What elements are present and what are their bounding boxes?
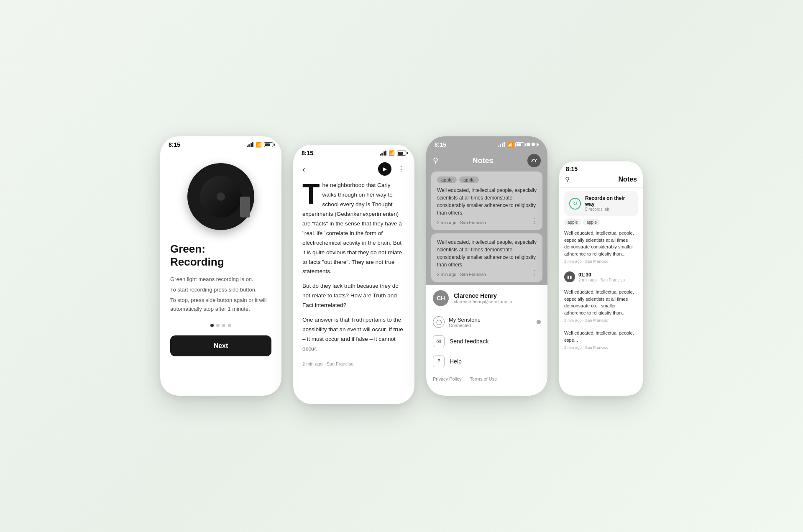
note-more-2[interactable]: ⋮ bbox=[531, 269, 537, 277]
phone-notes-menu: 8:15 📶 ⚲ bbox=[426, 136, 547, 396]
search-icon-4[interactable]: ⚲ bbox=[565, 176, 570, 183]
device-clip bbox=[240, 197, 250, 217]
device-name: My Senstone bbox=[449, 317, 532, 323]
phone-notes-list: 8:15 ⚲ Notes ↻ Records on their way 5 re… bbox=[559, 161, 643, 396]
audio-item[interactable]: ▮▮ 01:30 2 min ago · San Franciso bbox=[559, 268, 643, 286]
back-button[interactable]: ‹ bbox=[302, 164, 305, 174]
time-4: 8:15 bbox=[566, 166, 578, 172]
terms-link[interactable]: Terms of Use bbox=[470, 376, 497, 381]
sync-title: Records on their way bbox=[585, 195, 633, 207]
pagination-dots bbox=[210, 324, 231, 327]
recording-desc3: To stop, press side button again or it w… bbox=[170, 296, 271, 314]
article-footer: 2 min ago · San Franciso bbox=[302, 361, 405, 366]
avatar-3[interactable]: ZY bbox=[527, 154, 541, 167]
notes-title-4: Notes bbox=[619, 176, 637, 183]
drop-cap: T bbox=[302, 183, 320, 205]
note-text-2: Well educated, intellectual people, espe… bbox=[437, 238, 537, 269]
dot-1 bbox=[210, 324, 214, 327]
status-bar-2: 8:15 📶 bbox=[293, 145, 414, 159]
profile-section: CH Clarence Henry clarence.henry@senston… bbox=[426, 285, 547, 396]
device-icon: ◯ bbox=[433, 316, 445, 328]
battery-icon-3 bbox=[515, 142, 524, 147]
profile-avatar: CH bbox=[433, 290, 449, 306]
sync-banner: ↻ Records on their way 5 records left bbox=[564, 191, 638, 216]
signal-icon-2 bbox=[380, 151, 387, 156]
notes-title-3: Notes bbox=[472, 156, 493, 165]
article-toolbar: ‹ ▶ ⋮ bbox=[302, 159, 405, 181]
sync-icon: ↻ bbox=[569, 198, 581, 210]
profile-name: Clarence Henry bbox=[454, 292, 541, 299]
dot-2 bbox=[216, 324, 220, 327]
audio-duration: 01:30 bbox=[578, 272, 625, 278]
article-body: T he neighborhood that Carly walks throu… bbox=[302, 181, 405, 354]
phones-container: 8:15 📶 Green:Recording Green light means bbox=[143, 103, 660, 429]
device-row: ◯ My Senstone Connected bbox=[433, 313, 541, 331]
recording-desc2: To start recording press side button. bbox=[170, 286, 271, 294]
status-bar-3: 8:15 📶 bbox=[426, 136, 547, 151]
status-icons-2: 📶 bbox=[380, 150, 407, 156]
audio-meta: 2 min ago · San Franciso bbox=[578, 278, 625, 282]
note-tag-1b: apple bbox=[459, 176, 479, 183]
recording-indicators bbox=[527, 143, 539, 147]
privacy-link[interactable]: Privacy Policy bbox=[433, 376, 461, 381]
play-button[interactable]: ▶ bbox=[378, 162, 391, 176]
article-para2: But do they lack truth because they do n… bbox=[302, 281, 405, 310]
status-bar-1: 8:15 📶 bbox=[160, 136, 281, 151]
search-icon-3[interactable]: ⚲ bbox=[433, 156, 438, 165]
rec-triangle-icon bbox=[537, 143, 539, 147]
status-icons-1: 📶 bbox=[247, 142, 274, 148]
next-button[interactable]: Next bbox=[170, 335, 271, 356]
note-list-item-1[interactable]: Well educated, intellectual people, espe… bbox=[559, 227, 643, 268]
device-status: Connected bbox=[449, 323, 532, 328]
phone-recording: 8:15 📶 Green:Recording Green light means bbox=[160, 136, 281, 396]
sync-sub: 5 records left bbox=[585, 207, 633, 212]
profile-info: Clarence Henry clarence.henry@senstone.i… bbox=[454, 292, 541, 304]
phone-article: 8:15 📶 ‹ ▶ ⋮ bbox=[293, 145, 414, 404]
audio-info: 01:30 2 min ago · San Franciso bbox=[578, 272, 625, 282]
send-feedback-item[interactable]: ✉ Send feedback bbox=[433, 331, 541, 351]
help-label: Help bbox=[450, 358, 462, 365]
help-icon: ‽ bbox=[433, 356, 445, 367]
note-list-meta-3: 2 min ago · San Franciso bbox=[564, 345, 638, 350]
article-actions: ▶ ⋮ bbox=[378, 162, 405, 176]
note-list-tags: apple apple bbox=[559, 219, 643, 225]
time-1: 8:15 bbox=[169, 141, 180, 148]
note-list-item-2[interactable]: Well educated, intellectual people, espe… bbox=[559, 286, 643, 327]
help-item[interactable]: ‽ Help bbox=[433, 351, 541, 371]
note-meta-2: 2 min ago · San Franciso bbox=[437, 272, 537, 277]
dot-4 bbox=[228, 324, 231, 327]
note-list-text-3: Well educated, intellectual people, espe… bbox=[564, 330, 638, 343]
notes-header-3: ⚲ Notes ZY bbox=[426, 151, 547, 171]
note-card-1: apple apple Well educated, intellectual … bbox=[431, 171, 542, 230]
note-text-1: Well educated, intellectual people, espe… bbox=[437, 187, 537, 217]
status-bar-4: 8:15 bbox=[559, 161, 643, 174]
footer-links: Privacy Policy Terms of Use bbox=[433, 371, 541, 381]
time-3: 8:15 bbox=[435, 141, 446, 148]
phone2-content: ‹ ▶ ⋮ T he neighborhood that Carly walks… bbox=[293, 159, 414, 397]
note-list-meta-1: 2 min ago · San Franciso bbox=[564, 259, 638, 263]
note-meta-1: 2 min ago · San Franciso bbox=[437, 220, 537, 225]
status-icons-3: 📶 bbox=[498, 142, 540, 148]
note-card-2: Well educated, intellectual people, espe… bbox=[431, 233, 542, 282]
note-tag-1a: apple bbox=[437, 176, 457, 183]
note-list-item-3[interactable]: Well educated, intellectual people, espe… bbox=[559, 327, 643, 354]
signal-icon-3 bbox=[498, 142, 505, 147]
recording-desc1: Green light means recording is on. bbox=[170, 275, 271, 284]
feedback-label: Send feedback bbox=[450, 338, 488, 345]
phone1-content: Green:Recording Green light means record… bbox=[160, 151, 281, 366]
feedback-icon: ✉ bbox=[433, 335, 445, 347]
more-button[interactable]: ⋮ bbox=[397, 164, 405, 174]
signal-icon-1 bbox=[247, 142, 254, 147]
wifi-icon-3: 📶 bbox=[507, 142, 513, 148]
audio-play-button[interactable]: ▮▮ bbox=[564, 271, 575, 282]
device-connected-dot bbox=[537, 320, 541, 324]
note-list-text-1: Well educated, intellectual people, espe… bbox=[564, 230, 638, 257]
note-more-1[interactable]: ⋮ bbox=[531, 217, 537, 225]
profile-email: clarence.henry@senstone.io bbox=[454, 299, 541, 304]
note-list-text-2: Well educated, intellectual people, espe… bbox=[564, 289, 638, 316]
time-2: 8:15 bbox=[302, 150, 313, 156]
wifi-icon-2: 📶 bbox=[389, 150, 395, 156]
article-para3: One answer is that Truth pertains to the… bbox=[302, 315, 405, 354]
list-tag-1: apple bbox=[564, 219, 581, 225]
sync-text: Records on their way 5 records left bbox=[585, 195, 633, 212]
